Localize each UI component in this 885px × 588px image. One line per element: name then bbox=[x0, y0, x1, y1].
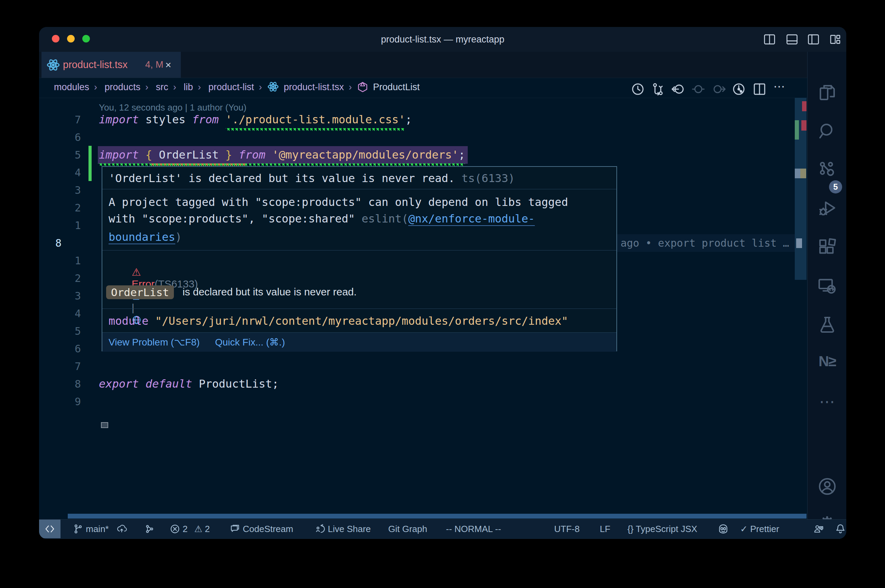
split-horizontal-icon[interactable] bbox=[786, 34, 798, 46]
gutter-modified-indicator bbox=[89, 146, 92, 181]
breadcrumb-file[interactable]: product-list.tsx bbox=[284, 78, 344, 96]
line-number[interactable]: 8 bbox=[53, 375, 81, 393]
customize-layout-icon[interactable] bbox=[829, 34, 841, 46]
line-number[interactable]: 5 bbox=[53, 146, 81, 164]
warning-triangle-icon: ⚠ bbox=[132, 266, 141, 278]
warning-count: 2 bbox=[205, 524, 209, 534]
notifications-bell-icon[interactable] bbox=[835, 520, 846, 538]
view-problem-link[interactable]: View Problem (⌥F8) bbox=[108, 333, 200, 352]
breadcrumb-symbol[interactable]: ProductList bbox=[373, 78, 420, 96]
current-line-number[interactable]: 8 bbox=[55, 234, 62, 252]
activity-bar: 5 N≥ ⋯ ⚙ 1 bbox=[807, 52, 846, 519]
inline-blame-text: ago • export product list … bbox=[621, 234, 789, 252]
breadcrumb-sep: › bbox=[259, 78, 262, 96]
git-graph-item[interactable]: Git Graph bbox=[388, 520, 427, 538]
hover-action-bar: View Problem (⌥F8) Quick Fix... (⌘.) bbox=[102, 332, 616, 352]
warning-icon: ⚠ bbox=[194, 524, 202, 534]
code-line[interactable]: import { OrderList } from '@myreactapp/m… bbox=[99, 146, 465, 164]
language-mode-item[interactable]: {} TypeScript JSX bbox=[627, 520, 697, 538]
error-count: 2 bbox=[183, 524, 187, 534]
line-number[interactable]: 3 bbox=[53, 182, 81, 199]
hover-error-text: 'OrderList' is declared but its value is… bbox=[108, 172, 461, 185]
vim-mode: -- NORMAL -- bbox=[446, 524, 501, 534]
line-number[interactable]: 1 bbox=[53, 252, 81, 270]
string-orders-path: '@myreactapp/modules/orders' bbox=[272, 148, 458, 161]
nx-badge: 5 bbox=[829, 180, 842, 194]
encoding-item[interactable]: UTF-8 bbox=[554, 520, 580, 538]
space bbox=[219, 113, 225, 126]
tab-close-icon[interactable]: × bbox=[165, 52, 171, 78]
nx-console-icon[interactable]: N≥ bbox=[808, 353, 846, 370]
divider bbox=[102, 250, 616, 250]
module-path-string: "/Users/juri/nrwl/content/myreactapp/mod… bbox=[155, 314, 568, 327]
overview-mark-warning bbox=[800, 169, 806, 178]
remote-indicator-button[interactable] bbox=[39, 520, 60, 538]
test-beaker-icon[interactable] bbox=[808, 315, 846, 336]
semicolon: ; bbox=[405, 113, 412, 126]
nx-graph-icon[interactable] bbox=[808, 160, 846, 181]
nx-rule-link[interactable]: boundaries bbox=[108, 230, 175, 244]
horizontal-scrollbar[interactable] bbox=[68, 514, 807, 519]
line-number[interactable]: 2 bbox=[53, 199, 81, 217]
git-branch-item[interactable]: main* bbox=[73, 520, 127, 538]
language-label: {} TypeScript JSX bbox=[627, 524, 697, 534]
split-vertical-icon[interactable] bbox=[763, 34, 776, 46]
eol-item[interactable]: LF bbox=[600, 520, 610, 538]
breadcrumb-sep: › bbox=[94, 78, 97, 96]
keyword-import: import bbox=[99, 148, 139, 161]
breadcrumb-products[interactable]: products bbox=[105, 78, 141, 96]
debug-icon[interactable] bbox=[808, 199, 846, 220]
explorer-icon[interactable] bbox=[808, 83, 846, 104]
line-number[interactable]: 6 bbox=[53, 129, 81, 146]
overview-mark-info bbox=[795, 169, 800, 178]
hover-resize-handle[interactable] bbox=[101, 422, 108, 428]
breadcrumb-modules[interactable]: modules bbox=[54, 78, 89, 96]
remote-explorer-icon[interactable] bbox=[808, 276, 846, 297]
line-number[interactable]: 7 bbox=[53, 111, 81, 129]
live-share-label: Live Share bbox=[328, 524, 371, 534]
toggle-panel-icon[interactable] bbox=[807, 34, 820, 46]
git-graph-status-icon[interactable] bbox=[145, 520, 155, 538]
code-editor[interactable]: You, 12 seconds ago | 1 author (You) 7 6… bbox=[39, 98, 807, 514]
breadcrumb-product-list[interactable]: product-list bbox=[209, 78, 254, 96]
lint-squiggle-green bbox=[225, 128, 405, 131]
keyword-export-default: export default bbox=[99, 377, 192, 390]
overview-cursor-mark bbox=[796, 238, 802, 248]
line-number[interactable]: 9 bbox=[53, 393, 81, 410]
code-line[interactable]: export default ProductList; bbox=[99, 375, 279, 393]
copilot-status-icon[interactable] bbox=[717, 520, 729, 538]
codestream-item[interactable]: CodeStream bbox=[229, 520, 293, 538]
react-icon bbox=[46, 58, 60, 73]
live-share-item[interactable]: Live Share bbox=[315, 520, 371, 538]
hover-rule-line2: with "scope:products", "scope:shared" es… bbox=[108, 212, 535, 225]
code-line[interactable]: import styles from './product-list.modul… bbox=[99, 111, 412, 129]
breadcrumb-src[interactable]: src bbox=[156, 78, 168, 96]
accounts-icon[interactable] bbox=[808, 477, 846, 498]
extensions-icon[interactable] bbox=[808, 238, 846, 258]
line-number[interactable]: 5 bbox=[53, 322, 81, 340]
line-number[interactable]: 4 bbox=[53, 305, 81, 322]
line-number[interactable]: 3 bbox=[53, 287, 81, 305]
divider bbox=[102, 309, 616, 309]
search-icon[interactable] bbox=[808, 122, 846, 142]
tab-product-list[interactable]: product-list.tsx 4, M × bbox=[42, 52, 181, 78]
breadcrumb-lib[interactable]: lib bbox=[183, 78, 193, 96]
quick-fix-link[interactable]: Quick Fix... (⌘.) bbox=[215, 333, 285, 352]
line-number[interactable]: 4 bbox=[53, 164, 81, 182]
line-number[interactable]: 7 bbox=[53, 358, 81, 375]
hover-rule-line1: A project tagged with "scope:products" c… bbox=[108, 195, 568, 208]
problems-item[interactable]: 2 ⚠ 2 bbox=[170, 520, 210, 538]
feedback-icon[interactable] bbox=[813, 520, 825, 538]
nx-rule-link[interactable]: @nx/enforce-module- bbox=[408, 212, 535, 226]
warning-squiggle-orange bbox=[150, 164, 246, 166]
orderlist-badge: OrderList bbox=[106, 285, 174, 299]
identifier-orderlist: OrderList bbox=[152, 148, 225, 161]
more-views-icon[interactable]: ⋯ bbox=[808, 392, 846, 411]
line-number[interactable]: 1 bbox=[53, 217, 81, 234]
breadcrumb-sep: › bbox=[349, 78, 352, 96]
line-number[interactable]: 6 bbox=[53, 340, 81, 358]
breadcrumb-sep: › bbox=[198, 78, 201, 96]
prettier-item[interactable]: ✓ Prettier bbox=[740, 520, 779, 538]
line-number[interactable]: 2 bbox=[53, 270, 81, 287]
vim-mode-item[interactable]: -- NORMAL -- bbox=[446, 520, 501, 538]
